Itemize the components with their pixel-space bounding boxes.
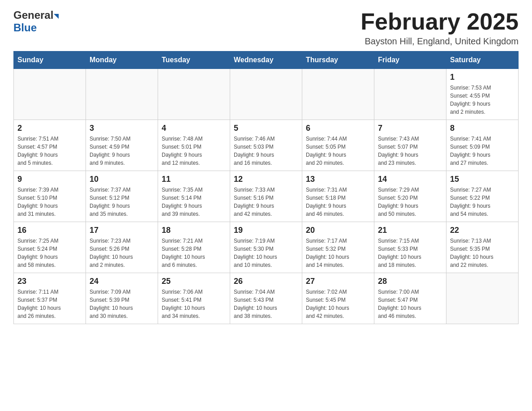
day-number: 2 <box>17 124 82 133</box>
day-info: Sunrise: 7:00 AMSunset: 5:47 PMDaylight:… <box>378 288 442 320</box>
calendar-week-row: 9Sunrise: 7:39 AMSunset: 5:10 PMDaylight… <box>14 171 519 222</box>
calendar-cell: 13Sunrise: 7:31 AMSunset: 5:18 PMDayligh… <box>302 171 374 222</box>
calendar-week-row: 16Sunrise: 7:25 AMSunset: 5:24 PMDayligh… <box>14 222 519 273</box>
calendar-cell: 5Sunrise: 7:46 AMSunset: 5:03 PMDaylight… <box>230 120 302 171</box>
day-number: 10 <box>90 175 154 184</box>
calendar-cell <box>158 69 230 120</box>
day-info: Sunrise: 7:17 AMSunset: 5:32 PMDaylight:… <box>306 237 370 269</box>
day-info: Sunrise: 7:39 AMSunset: 5:10 PMDaylight:… <box>17 186 82 218</box>
day-info: Sunrise: 7:51 AMSunset: 4:57 PMDaylight:… <box>17 135 82 167</box>
calendar-cell: 1Sunrise: 7:53 AMSunset: 4:55 PMDaylight… <box>446 69 519 120</box>
day-number: 28 <box>378 277 442 286</box>
logo-triangle-icon <box>54 14 59 19</box>
day-number: 24 <box>90 277 154 286</box>
calendar-cell <box>446 273 519 324</box>
day-info: Sunrise: 7:15 AMSunset: 5:33 PMDaylight:… <box>378 237 442 269</box>
logo: General Blue <box>13 9 59 34</box>
weekday-header-row: SundayMondayTuesdayWednesdayThursdayFrid… <box>14 51 519 69</box>
weekday-header-sunday: Sunday <box>14 51 86 69</box>
day-info: Sunrise: 7:11 AMSunset: 5:37 PMDaylight:… <box>17 288 82 320</box>
calendar-week-row: 23Sunrise: 7:11 AMSunset: 5:37 PMDayligh… <box>14 273 519 324</box>
day-info: Sunrise: 7:19 AMSunset: 5:30 PMDaylight:… <box>234 237 298 269</box>
calendar-cell: 10Sunrise: 7:37 AMSunset: 5:12 PMDayligh… <box>86 171 158 222</box>
calendar-cell: 20Sunrise: 7:17 AMSunset: 5:32 PMDayligh… <box>302 222 374 273</box>
day-number: 19 <box>234 226 298 235</box>
weekday-header-friday: Friday <box>374 51 446 69</box>
calendar-cell: 15Sunrise: 7:27 AMSunset: 5:22 PMDayligh… <box>446 171 519 222</box>
calendar-cell <box>302 69 374 120</box>
day-number: 23 <box>17 277 82 286</box>
calendar-body: 1Sunrise: 7:53 AMSunset: 4:55 PMDaylight… <box>14 69 519 324</box>
day-number: 9 <box>17 175 82 184</box>
calendar-cell: 12Sunrise: 7:33 AMSunset: 5:16 PMDayligh… <box>230 171 302 222</box>
calendar-cell: 17Sunrise: 7:23 AMSunset: 5:26 PMDayligh… <box>86 222 158 273</box>
calendar-cell: 24Sunrise: 7:09 AMSunset: 5:39 PMDayligh… <box>86 273 158 324</box>
calendar-cell: 18Sunrise: 7:21 AMSunset: 5:28 PMDayligh… <box>158 222 230 273</box>
calendar-cell: 3Sunrise: 7:50 AMSunset: 4:59 PMDaylight… <box>86 120 158 171</box>
calendar-cell: 23Sunrise: 7:11 AMSunset: 5:37 PMDayligh… <box>14 273 86 324</box>
page-header: General Blue February 2025 Bayston Hill,… <box>13 9 519 47</box>
day-number: 25 <box>162 277 226 286</box>
calendar-cell <box>86 69 158 120</box>
calendar-cell: 21Sunrise: 7:15 AMSunset: 5:33 PMDayligh… <box>374 222 446 273</box>
day-info: Sunrise: 7:50 AMSunset: 4:59 PMDaylight:… <box>90 135 154 167</box>
day-number: 1 <box>450 73 515 82</box>
day-info: Sunrise: 7:06 AMSunset: 5:41 PMDaylight:… <box>162 288 226 320</box>
day-number: 22 <box>450 226 515 235</box>
day-number: 13 <box>306 175 370 184</box>
day-info: Sunrise: 7:37 AMSunset: 5:12 PMDaylight:… <box>90 186 154 218</box>
day-number: 7 <box>378 124 442 133</box>
weekday-header-wednesday: Wednesday <box>230 51 302 69</box>
calendar-cell: 2Sunrise: 7:51 AMSunset: 4:57 PMDaylight… <box>14 120 86 171</box>
calendar-cell <box>14 69 86 120</box>
weekday-header-saturday: Saturday <box>446 51 519 69</box>
day-number: 20 <box>306 226 370 235</box>
calendar-cell: 25Sunrise: 7:06 AMSunset: 5:41 PMDayligh… <box>158 273 230 324</box>
day-info: Sunrise: 7:09 AMSunset: 5:39 PMDaylight:… <box>90 288 154 320</box>
logo-blue-text: Blue <box>13 21 59 34</box>
day-info: Sunrise: 7:48 AMSunset: 5:01 PMDaylight:… <box>162 135 226 167</box>
calendar-cell: 7Sunrise: 7:43 AMSunset: 5:07 PMDaylight… <box>374 120 446 171</box>
page-subtitle: Bayston Hill, England, United Kingdom <box>360 36 519 47</box>
day-info: Sunrise: 7:53 AMSunset: 4:55 PMDaylight:… <box>450 84 515 116</box>
weekday-header-tuesday: Tuesday <box>158 51 230 69</box>
day-info: Sunrise: 7:04 AMSunset: 5:43 PMDaylight:… <box>234 288 298 320</box>
day-info: Sunrise: 7:27 AMSunset: 5:22 PMDaylight:… <box>450 186 515 218</box>
logo-general-text: General <box>13 9 53 21</box>
day-number: 14 <box>378 175 442 184</box>
day-number: 27 <box>306 277 370 286</box>
day-info: Sunrise: 7:13 AMSunset: 5:35 PMDaylight:… <box>450 237 515 269</box>
calendar-cell: 16Sunrise: 7:25 AMSunset: 5:24 PMDayligh… <box>14 222 86 273</box>
day-number: 15 <box>450 175 515 184</box>
day-info: Sunrise: 7:21 AMSunset: 5:28 PMDaylight:… <box>162 237 226 269</box>
calendar-cell: 4Sunrise: 7:48 AMSunset: 5:01 PMDaylight… <box>158 120 230 171</box>
calendar-cell: 28Sunrise: 7:00 AMSunset: 5:47 PMDayligh… <box>374 273 446 324</box>
day-number: 16 <box>17 226 82 235</box>
day-number: 17 <box>90 226 154 235</box>
day-info: Sunrise: 7:35 AMSunset: 5:14 PMDaylight:… <box>162 186 226 218</box>
day-info: Sunrise: 7:23 AMSunset: 5:26 PMDaylight:… <box>90 237 154 269</box>
calendar-cell: 9Sunrise: 7:39 AMSunset: 5:10 PMDaylight… <box>14 171 86 222</box>
day-number: 11 <box>162 175 226 184</box>
day-info: Sunrise: 7:43 AMSunset: 5:07 PMDaylight:… <box>378 135 442 167</box>
day-number: 18 <box>162 226 226 235</box>
day-info: Sunrise: 7:25 AMSunset: 5:24 PMDaylight:… <box>17 237 82 269</box>
day-number: 21 <box>378 226 442 235</box>
day-info: Sunrise: 7:02 AMSunset: 5:45 PMDaylight:… <box>306 288 370 320</box>
calendar-cell: 22Sunrise: 7:13 AMSunset: 5:35 PMDayligh… <box>446 222 519 273</box>
calendar-table: SundayMondayTuesdayWednesdayThursdayFrid… <box>13 51 519 324</box>
day-info: Sunrise: 7:46 AMSunset: 5:03 PMDaylight:… <box>234 135 298 167</box>
calendar-cell <box>230 69 302 120</box>
day-number: 6 <box>306 124 370 133</box>
title-block: February 2025 Bayston Hill, England, Uni… <box>360 9 519 47</box>
day-number: 4 <box>162 124 226 133</box>
day-number: 8 <box>450 124 515 133</box>
calendar-week-row: 1Sunrise: 7:53 AMSunset: 4:55 PMDaylight… <box>14 69 519 120</box>
calendar-week-row: 2Sunrise: 7:51 AMSunset: 4:57 PMDaylight… <box>14 120 519 171</box>
day-info: Sunrise: 7:29 AMSunset: 5:20 PMDaylight:… <box>378 186 442 218</box>
calendar-cell: 11Sunrise: 7:35 AMSunset: 5:14 PMDayligh… <box>158 171 230 222</box>
calendar-cell: 8Sunrise: 7:41 AMSunset: 5:09 PMDaylight… <box>446 120 519 171</box>
day-number: 26 <box>234 277 298 286</box>
day-info: Sunrise: 7:31 AMSunset: 5:18 PMDaylight:… <box>306 186 370 218</box>
day-number: 3 <box>90 124 154 133</box>
